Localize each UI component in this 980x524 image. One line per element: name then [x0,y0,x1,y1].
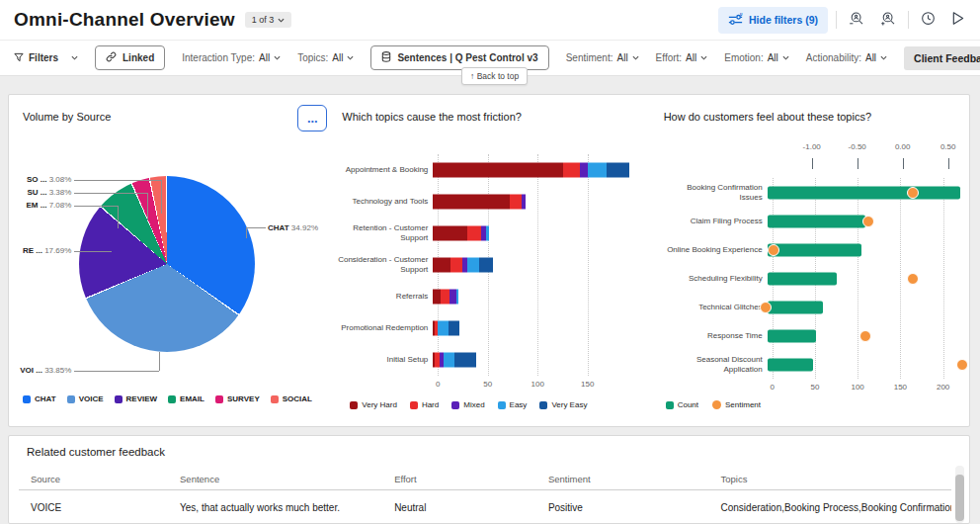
bar-segment-very-easy[interactable] [479,258,493,273]
legend-item-voice[interactable]: VOICE [67,394,104,403]
bar-segment-hard[interactable] [510,195,522,210]
stacked-bar[interactable] [433,195,526,210]
history-button[interactable] [917,7,939,33]
linked-button[interactable]: Linked [95,45,165,70]
legend-item-easy[interactable]: Easy [498,400,528,409]
count-bar[interactable] [768,301,823,313]
bar-segment-very-easy[interactable] [449,321,458,336]
sentiment-dropdown[interactable]: Sentiment:All [566,52,639,63]
effort-dropdown[interactable]: Effort:All [656,52,708,63]
sentiment-dot[interactable] [907,273,919,285]
bar-segment-hard[interactable] [450,258,461,273]
user-zoom-out-button[interactable] [845,7,868,34]
legend-item-hard[interactable]: Hard [410,400,439,409]
more-options-button[interactable]: ... [297,105,327,131]
legend-item-mixed[interactable]: Mixed [451,400,484,409]
count-bar[interactable] [768,186,960,199]
sentiment-tick-label: -0.50 [849,142,866,151]
bar-segment-easy[interactable] [438,321,449,336]
bar-segment-mixed[interactable] [580,163,588,178]
stacked-bar[interactable] [433,226,489,241]
count-bar[interactable] [768,358,813,371]
interaction-type-dropdown[interactable]: Interaction Type:All [182,52,281,63]
bar-segment-hard[interactable] [441,290,449,305]
hide-filters-button[interactable]: 0 Hide filters (9) [718,7,828,34]
bar-segment-very-hard[interactable] [433,195,510,210]
legend-item-sentiment[interactable]: Sentiment [712,400,761,409]
legend-item-email[interactable]: EMAIL [168,394,204,403]
emotion-dropdown[interactable]: Emotion:All [724,52,789,63]
bar-segment-easy[interactable] [444,353,453,368]
sentiment-dot[interactable] [859,330,871,342]
user-search-minus-icon [849,11,864,30]
bar-segment-very-hard[interactable] [433,163,562,178]
count-bar[interactable] [768,272,837,285]
legend-item-social[interactable]: SOCIAL [271,394,312,403]
legend-item-survey[interactable]: SURVEY [215,394,260,403]
dropdown-label: Effort: [656,52,683,63]
bar-segment-mixed[interactable] [522,195,526,210]
sentiment-tick-label: 0.50 [940,142,956,151]
legend-swatch [451,401,459,409]
count-bar[interactable] [768,215,865,227]
svg-text:0: 0 [740,13,743,17]
page-selector[interactable]: 1 of 3 [245,12,292,28]
chart-row-booking-confirmation-issues: Booking Confirmation Issues [664,178,970,207]
legend-label: Easy [510,400,528,409]
chart-row-initial-setup: Initial Setup [336,344,652,376]
pie-chart[interactable] [79,176,255,352]
legend-swatch [115,395,122,403]
pie-callout: VOI ... 33.85% [20,366,71,375]
sentiment-dot[interactable] [768,244,779,256]
page-indicator: 1 of 3 [252,15,275,25]
back-to-top-button[interactable]: ↑ Back to top [461,67,528,85]
table-row[interactable]: VOICEYes, that actually works much bette… [19,490,951,524]
bar-segment-very-hard[interactable] [433,226,466,241]
feedback-table: SourceSentenceEffortSentimentTopicsVOICE… [19,469,951,524]
count-bar[interactable] [768,243,861,256]
actionability-dropdown[interactable]: Actionability:All [806,52,887,63]
legend-item-very-easy[interactable]: Very Easy [539,400,587,409]
user-search-plus-icon [880,11,896,30]
legend-item-review[interactable]: REVIEW [115,394,158,403]
user-zoom-in-button[interactable] [876,7,900,34]
dropdown-value: All [768,52,778,63]
bar-segment-easy[interactable] [456,290,458,305]
stacked-bar[interactable] [433,258,493,273]
sentiment-dot[interactable] [907,187,919,199]
bar-dot-plot: Booking Confirmation IssuesClaim Filing … [664,178,970,394]
filters-menu[interactable]: Filters [14,52,78,64]
topics-dropdown[interactable]: Topics:All [297,52,354,63]
callout-line [118,206,119,228]
stacked-bar[interactable] [433,353,475,368]
widget-friction-topics: Which topics cause the most friction? Ap… [336,95,651,426]
sentiment-dot[interactable] [956,359,968,371]
table-scrollbar-thumb[interactable] [955,475,964,521]
stacked-bar[interactable] [433,321,458,336]
legend-item-very-hard[interactable]: Very Hard [350,400,397,409]
bar-segment-very-hard[interactable] [433,258,450,273]
funnel-icon [14,52,24,64]
stacked-bar[interactable] [433,290,457,305]
bar-segment-easy[interactable] [588,163,607,178]
sentiment-dot[interactable] [862,216,874,227]
dashboard-body: ↑ Back to top Volume by Source ... SO ..… [0,76,980,524]
bar-segment-hard[interactable] [563,163,580,178]
count-bar[interactable] [768,329,816,342]
legend-item-chat[interactable]: CHAT [23,394,56,403]
bar-segment-very-hard[interactable] [433,290,441,305]
legend-item-count[interactable]: Count [666,400,698,409]
callout-line [147,193,148,220]
bar-segment-very-easy[interactable] [454,353,476,368]
table-cell-source: VOICE [19,502,168,513]
bar-segment-very-easy[interactable] [607,163,629,178]
bar-segment-easy[interactable] [467,258,479,273]
button-label: Linked [122,52,154,63]
legend-label: REVIEW [126,394,158,403]
bar-segment-hard[interactable] [467,226,481,241]
bar-segment-easy[interactable] [486,226,489,241]
stacked-bar[interactable] [433,163,629,178]
table-scrollbar[interactable] [955,466,964,523]
present-button[interactable] [947,7,968,33]
sentiment-dot[interactable] [760,302,772,313]
